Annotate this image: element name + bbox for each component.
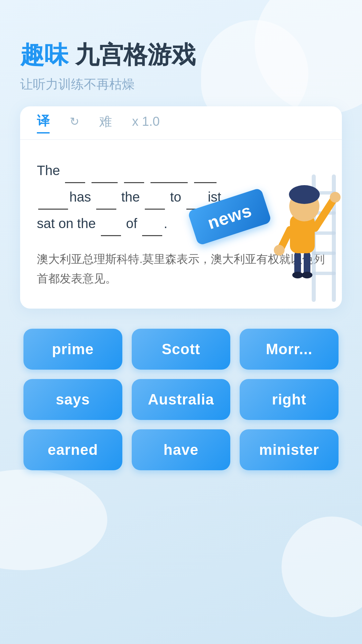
word-btn-right[interactable]: right: [240, 379, 339, 420]
svg-point-10: [302, 272, 312, 278]
word-btn-says[interactable]: says: [23, 379, 122, 420]
blank-2: [92, 157, 118, 183]
word-btn-minister[interactable]: minister: [240, 429, 339, 470]
svg-point-9: [292, 272, 303, 278]
svg-rect-4: [312, 231, 336, 235]
main-title: 趣味 九宫格游戏: [20, 40, 342, 69]
word-btn-morrison[interactable]: Morr...: [240, 329, 339, 370]
blank-7: [96, 183, 116, 210]
svg-point-17: [274, 245, 285, 256]
blank-8: [145, 183, 165, 210]
svg-rect-7: [294, 252, 301, 275]
subtitle: 让听力训练不再枯燥: [20, 76, 342, 93]
word-the: the: [77, 216, 96, 231]
blank-10: [101, 210, 121, 236]
blank-5: [194, 157, 217, 183]
tab-speed[interactable]: x 1.0: [132, 114, 160, 131]
word-btn-prime[interactable]: prime: [23, 329, 122, 370]
svg-point-13: [289, 185, 320, 204]
blank-1: [65, 157, 85, 183]
blank-3: [124, 157, 144, 183]
refresh-icon: ↻: [70, 115, 79, 128]
title-normal: 九宫格游戏: [75, 41, 196, 68]
title-accent: 趣味: [20, 41, 68, 68]
main-container: 趣味 九宫格游戏 让听力训练不再枯燥 译 ↻ 难 x 1.0 The: [0, 0, 362, 490]
word-btn-australia[interactable]: Australia: [132, 379, 231, 420]
svg-rect-5: [312, 252, 336, 255]
word-grid: prime Scott Morr... says Australia right…: [20, 329, 342, 470]
blank-11: [142, 210, 162, 236]
card-tabs: 译 ↻ 难 x 1.0: [20, 106, 342, 140]
svg-point-16: [330, 192, 341, 203]
svg-rect-8: [304, 252, 310, 275]
word-btn-have[interactable]: have: [132, 429, 231, 470]
game-card: 译 ↻ 难 x 1.0 The: [20, 106, 342, 309]
blank-4: [150, 157, 188, 183]
blank-6: [38, 183, 68, 210]
header: 趣味 九宫格游戏 让听力训练不再枯燥: [20, 40, 342, 93]
svg-line-15: [281, 230, 290, 248]
blob-decoration-4: [282, 517, 362, 617]
tab-refresh[interactable]: ↻: [70, 115, 79, 131]
word-btn-scott[interactable]: Scott: [132, 329, 231, 370]
tab-difficulty[interactable]: 难: [99, 113, 112, 133]
tab-translate[interactable]: 译: [37, 112, 50, 133]
svg-rect-6: [312, 272, 336, 275]
word-btn-earned[interactable]: earned: [23, 429, 122, 470]
